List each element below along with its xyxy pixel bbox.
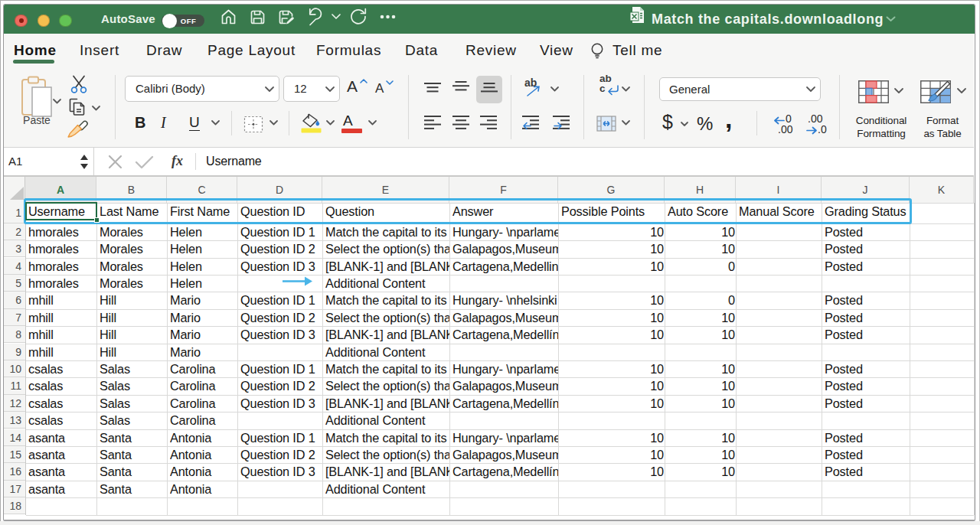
svg-text:.00: .00 xyxy=(778,123,793,135)
svg-text:.0: .0 xyxy=(818,123,827,135)
